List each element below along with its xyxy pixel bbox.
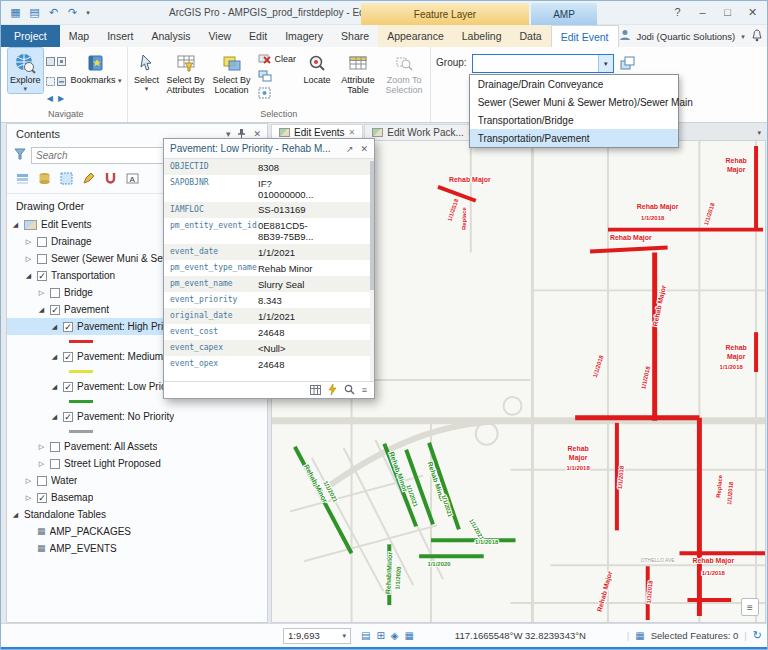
layer-checkbox[interactable]: ✓ [63,382,73,392]
map-tab-list-caret-icon[interactable]: ▾ [757,129,766,140]
expand-arrow-icon[interactable]: ◢ [50,413,59,421]
select-by-attributes-button[interactable]: Select By Attributes [163,48,209,96]
tab-view[interactable]: View [200,25,241,47]
layer-checkbox[interactable]: ✓ [50,305,60,315]
close-button[interactable]: ✕ [740,1,765,23]
tab-share[interactable]: Share [332,25,378,47]
tab-labeling[interactable]: Labeling [453,25,511,47]
clear-selection-button[interactable]: Clear [258,52,297,66]
help-button[interactable]: ? [665,1,690,23]
fixed-zoom-out-button[interactable] [57,72,66,90]
contextual-group-feature-layer[interactable]: Feature Layer [361,3,529,25]
expand-arrow-icon[interactable]: ◢ [11,221,20,229]
expand-arrow-icon[interactable]: ◢ [50,383,59,391]
group-combobox[interactable]: ▾ Drainage/Drain ConveyanceSewer (Sewer … [472,54,614,73]
field-row[interactable]: event_cost24648 [164,324,374,340]
popup-table-icon[interactable] [310,381,321,399]
group-option[interactable]: Sewer (Sewer Muni & Sewer Metro)/Sewer M… [470,93,678,111]
list-by-labeling-icon[interactable]: A [126,171,139,189]
layer-checkbox[interactable] [37,254,47,264]
expand-arrow-icon[interactable]: ◢ [50,353,59,361]
expand-arrow-icon[interactable]: ◢ [11,511,20,519]
list-by-source-icon[interactable] [38,171,51,189]
tab-data[interactable]: Data [510,25,550,47]
expand-arrow-icon[interactable]: ◢ [37,306,46,314]
field-row[interactable]: pm_event_type_nameRehab Minor [164,260,374,276]
layer-checkbox[interactable]: ✓ [63,352,73,362]
field-row[interactable]: event_capex<Null> [164,340,374,356]
statusbar-grid-icon[interactable]: ▤ [361,630,370,641]
popup-close-icon[interactable]: ✕ [360,144,368,154]
expand-arrow-icon[interactable]: ◢ [24,272,33,280]
group-option[interactable]: Drainage/Drain Conveyance [470,75,678,93]
tree-item[interactable]: ▷✓Basemap [7,489,267,506]
account-name[interactable]: Jodi (Quartic Solutions) [637,31,736,42]
field-row[interactable]: event_priority8.343 [164,292,374,308]
event-line-rehab-minor[interactable] [429,443,459,530]
field-row[interactable]: pm_entity_event_id0E881CD5- 8B39-75B9... [164,218,374,245]
explore-button[interactable]: Explore ▾ [8,48,43,93]
map-overflow-button[interactable]: ≡ [741,598,759,616]
popup-popout-icon[interactable]: ↗ [346,144,354,154]
layer-checkbox[interactable] [50,459,60,469]
list-by-editing-icon[interactable] [82,171,95,189]
tree-item[interactable]: ▦AMP_EVENTS [7,540,267,557]
field-row[interactable]: event_date1/1/2021 [164,244,374,260]
tree-item[interactable]: ▦AMP_PACKAGES [7,523,267,540]
map-tab-close-icon[interactable]: ✕ [349,128,356,137]
statusbar-map-icon[interactable]: ◈ [391,630,399,641]
collapse-arrow-icon[interactable]: ▷ [24,494,33,502]
refresh-icon[interactable]: ↻ [753,629,762,642]
tree-item[interactable]: ▷Pavement: All Assets [7,438,267,455]
popup-menu-icon[interactable]: ≡ [362,385,367,395]
layer-checkbox[interactable]: ✓ [63,322,73,332]
next-extent-button[interactable]: ▶ [58,94,64,103]
select-by-location-button[interactable]: Select By Location [209,48,255,96]
field-row[interactable]: SAPOBJNRIF? 010000000... [164,175,374,202]
popup-scrollbar[interactable] [370,159,374,381]
fixed-zoom-in-button[interactable] [57,52,66,70]
full-extent-button[interactable] [46,52,55,70]
redo-button[interactable]: ↷ [65,5,80,21]
tab-analysis[interactable]: Analysis [142,25,199,47]
bookmarks-button[interactable]: Bookmarks ▾ [69,48,124,86]
field-row[interactable]: event_opex24648 [164,356,374,372]
undo-button[interactable]: ↶ [46,5,61,21]
attribute-table-button[interactable]: Attribute Table [335,48,381,96]
field-row[interactable]: IAMFLOCSS-013169 [164,202,374,218]
tree-item[interactable]: ▷Water [7,472,267,489]
maximize-button[interactable]: □ [715,1,740,23]
layer-checkbox[interactable]: ✓ [37,271,47,281]
notifications-bell-icon[interactable] [751,29,763,44]
contextual-group-amp[interactable]: AMP [531,3,597,25]
field-row[interactable]: original_date1/1/2021 [164,308,374,324]
save-button[interactable]: ▤ [27,5,42,21]
filter-funnel-icon[interactable] [14,146,26,164]
collapse-arrow-icon[interactable]: ▷ [24,238,33,246]
layer-checkbox[interactable] [37,237,47,247]
qat-customize-caret[interactable]: ▾ [84,5,92,21]
map-tab[interactable]: Edit Work Pack...✕ [364,124,482,140]
switch-selection-button[interactable] [258,69,297,83]
tab-edit[interactable]: Edit [240,25,276,47]
tree-item[interactable]: ▷Street Light Proposed [7,455,267,472]
layer-checkbox[interactable]: ✓ [63,412,73,422]
reselect-button[interactable] [258,86,297,100]
list-by-selection-icon[interactable] [60,171,73,189]
collapse-arrow-icon[interactable]: ▷ [37,443,46,451]
collapse-arrow-icon[interactable]: ▷ [37,460,46,468]
minimize-button[interactable]: – [690,1,715,23]
field-row[interactable]: OBJECTID8308 [164,159,374,175]
list-by-drawing-order-icon[interactable] [16,171,29,189]
zoom-to-selection-button[interactable]: Zoom To Selection [381,48,427,96]
tab-edit-event[interactable]: Edit Event [551,25,619,47]
popup-zoom-icon[interactable] [344,381,355,399]
layer-properties-button[interactable] [619,54,636,76]
group-combobox-caret-icon[interactable]: ▾ [598,55,613,72]
previous-extent-button[interactable]: ◀ [47,94,53,103]
tree-item[interactable]: ◢Standalone Tables [7,506,267,523]
group-option[interactable]: Transportation/Pavement [470,129,678,147]
tab-map[interactable]: Map [60,25,98,47]
popup-flash-icon[interactable] [328,381,337,399]
expand-arrow-icon[interactable]: ◢ [50,323,59,331]
